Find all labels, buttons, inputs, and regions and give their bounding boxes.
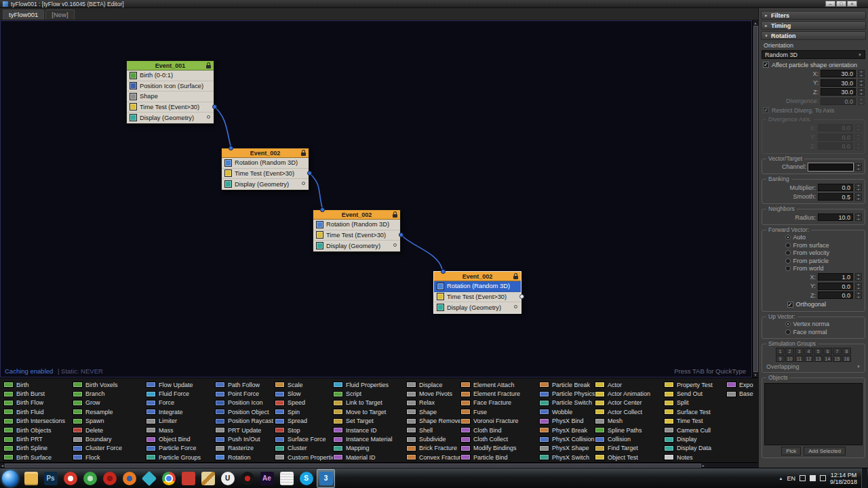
operator-row-time-test-event-30[interactable]: Time Test (Event>30)	[313, 230, 400, 241]
spin-down-icon[interactable]: ▼	[855, 296, 862, 299]
spin-up-icon[interactable]: ▲	[855, 283, 862, 286]
event-node-header[interactable]: Event_002	[222, 148, 309, 158]
depot-item-particle-groups[interactable]: Particle Groups	[146, 453, 215, 462]
depot-item-point-force[interactable]: Point Force	[215, 389, 275, 398]
spin-down-icon[interactable]: ▼	[855, 138, 862, 141]
sim-group-button-3[interactable]: 3	[795, 348, 804, 354]
depot-item-element-fracture[interactable]: Element Fracture	[460, 389, 539, 398]
depot-item-slow[interactable]: Slow	[275, 389, 333, 398]
scrollbar-thumb[interactable]	[5, 464, 701, 468]
spin-down-icon[interactable]: ▼	[855, 218, 862, 221]
depot-item-birth-objects[interactable]: Birth Objects	[3, 426, 73, 434]
operator-row-display-geometry[interactable]: Display (Geometry)	[434, 302, 521, 313]
photoshop-taskbar-icon[interactable]: Ps	[41, 469, 60, 488]
show-desktop-button[interactable]	[861, 468, 867, 488]
depot-item-script[interactable]: Script	[333, 389, 406, 398]
depot-item-mapping[interactable]: Mapping	[333, 444, 406, 453]
orthogonal-checkbox[interactable]: ✓Orthogonal	[785, 300, 842, 309]
spin-up-icon[interactable]: ▲	[855, 124, 862, 127]
depot-item-speed[interactable]: Speed	[275, 399, 333, 407]
depot-item-relax[interactable]: Relax	[406, 399, 460, 407]
section-filters[interactable]: ►Filters	[761, 11, 866, 20]
spin-down-icon[interactable]: ▼	[858, 83, 865, 87]
depot-item-custom-properties[interactable]: Custom Properties	[275, 453, 333, 462]
checkbox-icon[interactable]: ✓	[787, 302, 793, 308]
radio-icon[interactable]	[785, 250, 791, 256]
spin-down-icon[interactable]: ▼	[858, 102, 865, 105]
depot-item-rotation[interactable]: Rotation	[215, 453, 275, 462]
event-node-event-002[interactable]: Event_002Rotation (Random 3D)Time Test (…	[433, 271, 521, 314]
node-wire[interactable]	[402, 236, 442, 269]
depot-item-move-to-target[interactable]: Move to Target	[333, 407, 406, 416]
depot-item-wobble[interactable]: Wobble	[539, 407, 595, 416]
skype-taskbar-icon[interactable]: S	[297, 469, 315, 488]
depot-item-shell[interactable]: Shell	[406, 426, 460, 434]
section-rotation[interactable]: ▼Rotation	[761, 31, 866, 40]
depot-item-cluster-force[interactable]: Cluster Force	[73, 444, 146, 453]
close-button[interactable]: ×	[847, 1, 857, 7]
node-wire[interactable]	[311, 174, 322, 207]
event-input-connector[interactable]	[229, 146, 233, 150]
spin-up-icon[interactable]: ▲	[855, 163, 862, 167]
operator-row-rotation-random-3d[interactable]: Rotation (Random 3D)	[313, 220, 400, 230]
value-box[interactable]: 10.0	[818, 214, 853, 221]
operator-row-time-test-event-30[interactable]: Time Test (Event>30)	[434, 292, 521, 303]
spin-down-icon[interactable]: ▼	[855, 277, 862, 281]
depot-item-particle-force[interactable]: Particle Force	[146, 444, 215, 453]
spin-up-icon[interactable]: ▲	[855, 291, 862, 295]
operator-row-time-test-event-30[interactable]: Time Test (Event>30)	[222, 169, 309, 180]
node-wire[interactable]	[216, 108, 231, 146]
depot-item-physx-shape[interactable]: PhysX Shape	[539, 444, 595, 453]
spin-up-icon[interactable]: ▲	[855, 142, 862, 146]
output-connector[interactable]	[307, 171, 312, 176]
radio-icon[interactable]	[785, 235, 791, 240]
event-input-connector[interactable]	[441, 269, 446, 274]
value-box[interactable]: 0.0	[818, 124, 853, 131]
operator-row-rotation-random-3d[interactable]: Rotation (Random 3D)	[222, 158, 309, 169]
tray-network-icon[interactable]	[800, 475, 806, 481]
tab-new[interactable]: [New]	[45, 9, 74, 20]
radio-icon[interactable]	[785, 329, 791, 335]
depot-item-flow-update[interactable]: Flow Update	[146, 380, 215, 389]
sim-group-button-5[interactable]: 5	[814, 348, 823, 354]
depot-item-spawn[interactable]: Spawn	[73, 417, 146, 426]
section-timing[interactable]: ►Timing	[761, 21, 866, 30]
sim-group-button-4[interactable]: 4	[804, 348, 813, 354]
tray-volume-icon[interactable]	[810, 475, 816, 481]
depot-item-push-in-out[interactable]: Push In/Out	[215, 434, 275, 443]
forward-radio-auto[interactable]: Auto	[785, 234, 842, 242]
depot-item-cloth-collect[interactable]: Cloth Collect	[460, 434, 539, 443]
document-app-taskbar-icon[interactable]	[277, 469, 296, 488]
radio-icon[interactable]	[785, 243, 791, 248]
scroll-down-icon[interactable]: ▼	[754, 373, 757, 377]
forward-radio-from-surface[interactable]: From surface	[785, 241, 842, 249]
depot-item-limiter[interactable]: Limiter	[146, 417, 215, 426]
sim-group-button-14[interactable]: 14	[823, 355, 832, 362]
depot-item-subdivide[interactable]: Subdivide	[406, 434, 460, 443]
depot-item-grow[interactable]: Grow	[73, 399, 146, 407]
depot-item-birth-surface[interactable]: Birth Surface	[3, 453, 73, 462]
forward-radio-from-particle[interactable]: From particle	[785, 257, 842, 265]
depot-item-actor-collect[interactable]: Actor Collect	[595, 407, 664, 416]
spin-up-icon[interactable]: ▲	[855, 214, 862, 217]
display-toggle[interactable]	[302, 182, 305, 185]
depot-horizontal-scrollbar[interactable]: ◄ ►	[0, 462, 758, 468]
depot-item-property-test[interactable]: Property Test	[664, 380, 726, 389]
pencil-app-taskbar-icon[interactable]	[199, 469, 217, 488]
checkbox-icon[interactable]: ✓	[763, 107, 769, 113]
checkbox-icon[interactable]: ✓	[763, 62, 769, 68]
operator-row-time-test-event-30[interactable]: Time Test (Event>30)	[127, 102, 214, 113]
event-node-event-002[interactable]: Event_002Rotation (Random 3D)Time Test (…	[313, 209, 401, 252]
media-player-taskbar-icon[interactable]	[238, 469, 256, 488]
depot-item-link-to-target[interactable]: Link to Target	[333, 399, 406, 407]
spin-up-icon[interactable]: ▲	[858, 98, 865, 101]
operator-row-display-geometry[interactable]: Display (Geometry)	[222, 179, 309, 190]
unreal-taskbar-icon[interactable]: U	[218, 469, 237, 488]
depot-item-find-target[interactable]: Find Target	[595, 444, 664, 453]
spin-down-icon[interactable]: ▼	[858, 92, 865, 96]
depot-item-birth[interactable]: Birth	[3, 380, 73, 389]
depot-item-instance-material[interactable]: Instance Material	[333, 434, 406, 443]
chrome-taskbar-icon[interactable]	[159, 469, 178, 488]
value-box[interactable]: 0.5	[818, 193, 853, 201]
value-box[interactable]: 0.0	[818, 134, 853, 141]
